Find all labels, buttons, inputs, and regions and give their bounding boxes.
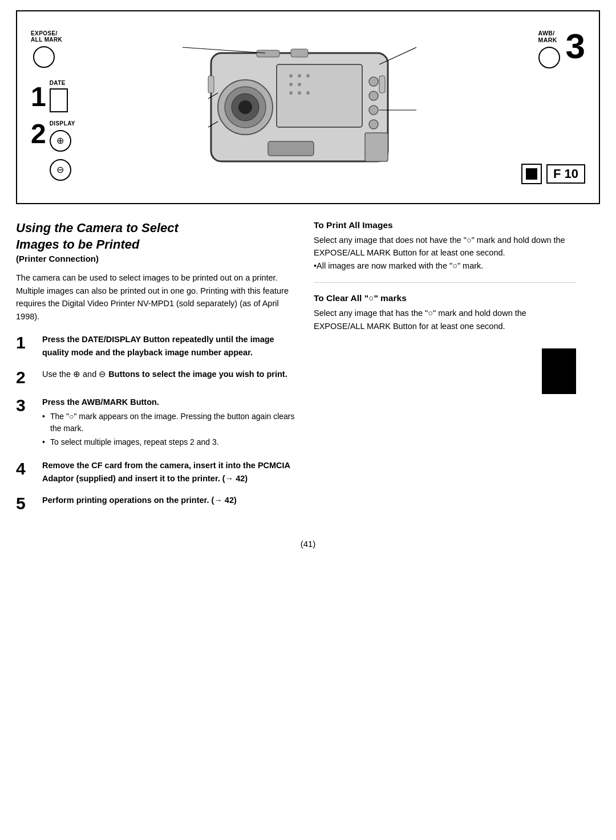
right-column: To Print All Images Select any image tha… (314, 220, 576, 522)
step-2-plus: ⊕ (73, 370, 83, 379)
clear-all-title: To Clear All "○" marks (314, 293, 576, 303)
main-content: Using the Camera to Select Images to be … (16, 220, 600, 522)
left-labels-panel: EXPOSE/ ALL MARK 1 DATE 2 DISPLAY ⊕ ⊖ (31, 30, 99, 184)
right-labels-panel: AWB/MARK 3 F 10 (494, 30, 585, 184)
svg-point-11 (289, 91, 293, 95)
step-2-and: and (83, 370, 96, 379)
step-5-content: Perform printing operations on the print… (42, 494, 295, 506)
step-5-number: 5 (16, 494, 37, 513)
svg-rect-5 (277, 64, 362, 127)
svg-point-13 (306, 91, 310, 95)
f10-display: F 10 (521, 164, 585, 184)
step1-number: 1 (31, 83, 46, 111)
plus-button: ⊕ (50, 130, 71, 152)
left-column: Using the Camera to Select Images to be … (16, 220, 295, 522)
camera-diagram: EXPOSE/ ALL MARK 1 DATE 2 DISPLAY ⊕ ⊖ (16, 10, 600, 204)
title-line1: Using the Camera to Select (16, 221, 179, 235)
main-subtitle: (Printer Connection) (16, 254, 295, 263)
step-4-bold: Remove the CF card from the camera, inse… (42, 461, 290, 482)
divider (314, 282, 576, 283)
print-all-title: To Print All Images (314, 220, 576, 230)
step-3-bullet-2: To select multiple images, repeat steps … (42, 436, 295, 448)
step-1-content: Press the DATE/DISPLAY Button repeatedly… (42, 333, 295, 359)
svg-point-7 (298, 74, 301, 78)
minus-button: ⊖ (50, 159, 71, 181)
date-button (50, 88, 68, 112)
clear-all-body: Select any image that has the "○" mark a… (314, 307, 576, 332)
date-label: DATE (50, 80, 68, 86)
svg-point-4 (238, 100, 252, 114)
svg-rect-22 (379, 76, 385, 93)
svg-point-16 (369, 77, 378, 86)
svg-point-9 (289, 83, 293, 86)
step-2-row: 2 Use the ⊕ and ⊖ Buttons to select the … (16, 368, 295, 387)
svg-point-10 (298, 83, 301, 86)
svg-rect-21 (208, 76, 214, 93)
step-3-row: 3 Press the AWB/MARK Button. The "○" mar… (16, 396, 295, 450)
step-3-bullet-1: The "○" mark appears on the image. Press… (42, 411, 295, 435)
step-1-text: Press the DATE/DISPLAY Button repeatedly… (42, 335, 274, 356)
svg-point-18 (369, 105, 378, 115)
step-1-row: 1 Press the DATE/DISPLAY Button repeated… (16, 333, 295, 359)
expose-all-mark-label: EXPOSE/ ALL MARK (31, 30, 95, 43)
expose-all-mark-button (33, 46, 55, 68)
svg-rect-20 (268, 141, 314, 156)
black-square-indicator (521, 164, 542, 184)
step-4-row: 4 Remove the CF card from the camera, in… (16, 459, 295, 485)
svg-rect-23 (365, 133, 388, 161)
display-label: DISPLAY (50, 120, 75, 127)
awb-mark-label: AWB/MARK (538, 30, 560, 43)
step-3-content: Press the AWB/MARK Button. The "○" mark … (42, 396, 295, 450)
intro-text: The camera can be used to select images … (16, 271, 295, 323)
step-3-number: 3 (16, 396, 37, 415)
step-4-number: 4 (16, 459, 37, 478)
svg-point-8 (306, 74, 310, 78)
svg-point-6 (289, 74, 293, 78)
main-title: Using the Camera to Select Images to be … (16, 220, 295, 253)
step-3-bold: Press the AWB/MARK Button. (42, 397, 159, 407)
step-2-number: 2 (16, 368, 37, 387)
step-2-content: Use the ⊕ and ⊖ Buttons to select the im… (42, 368, 295, 380)
svg-point-17 (369, 91, 378, 100)
step2-number: 2 (31, 120, 46, 148)
svg-point-12 (298, 91, 301, 95)
svg-rect-15 (291, 49, 308, 57)
step-5-row: 5 Perform printing operations on the pri… (16, 494, 295, 513)
step-1-number: 1 (16, 333, 37, 352)
svg-rect-14 (257, 50, 279, 57)
step-2-text-intro: Use the (42, 370, 71, 379)
black-bar-indicator (542, 348, 576, 394)
f10-label: F 10 (546, 164, 585, 184)
page-footer: (41) (0, 539, 616, 560)
title-line2: Images to be Printed (16, 237, 139, 251)
step3-number: 3 (566, 30, 585, 62)
step-2-minus: ⊖ (99, 370, 108, 379)
print-all-body: Select any image that does not have the … (314, 234, 576, 272)
page-number: (41) (301, 539, 316, 549)
awb-mark-button (538, 47, 560, 68)
step-3-bullets: The "○" mark appears on the image. Press… (42, 411, 295, 448)
camera-illustration (99, 30, 494, 184)
step-4-content: Remove the CF card from the camera, inse… (42, 459, 295, 485)
step-2-bold-text: Buttons to select the image you wish to … (108, 370, 287, 379)
step-5-bold: Perform printing operations on the print… (42, 496, 237, 505)
svg-point-19 (369, 120, 378, 129)
